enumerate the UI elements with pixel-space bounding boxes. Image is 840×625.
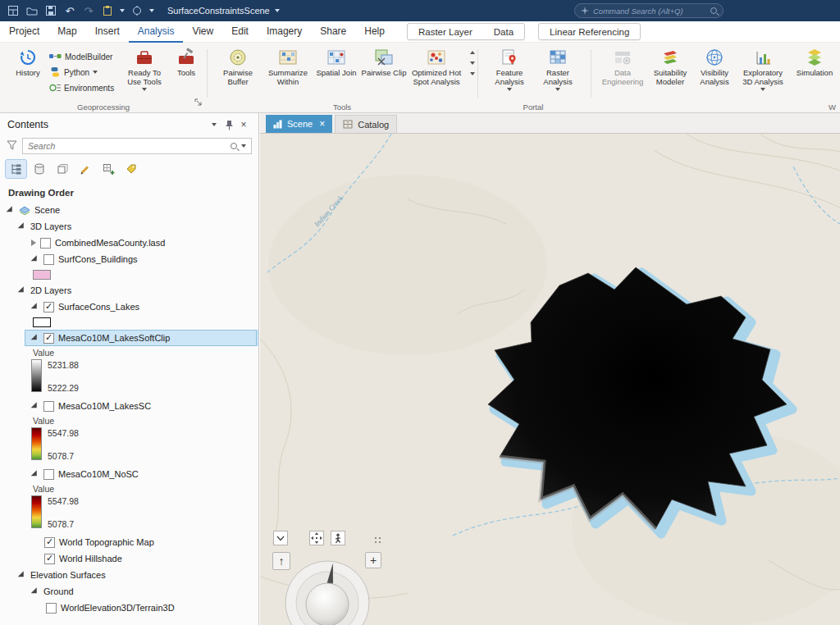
tab-edit[interactable]: Edit bbox=[222, 21, 258, 43]
tree-item-lakes-softclip[interactable]: MesaCo10M_LakesSoftClip bbox=[0, 330, 258, 346]
expander-icon[interactable] bbox=[18, 222, 27, 231]
tab-data[interactable]: Data bbox=[483, 27, 524, 37]
spatial-join-button[interactable]: Spatial Join bbox=[315, 47, 358, 78]
expander-icon[interactable] bbox=[31, 402, 40, 411]
expander-icon[interactable] bbox=[31, 255, 40, 264]
paste-icon[interactable] bbox=[101, 4, 114, 17]
buildings-symbol-swatch[interactable] bbox=[33, 270, 51, 280]
tools-button[interactable]: Tools bbox=[169, 47, 203, 78]
command-search-input[interactable] bbox=[593, 7, 706, 16]
layer-checkbox[interactable] bbox=[43, 254, 54, 265]
close-icon[interactable]: × bbox=[236, 118, 251, 131]
chevron-down-icon[interactable] bbox=[149, 9, 154, 12]
expander-icon[interactable] bbox=[18, 286, 27, 295]
suitability-modeler-button[interactable]: Suitability Modeler bbox=[648, 47, 692, 87]
drag-handle-icon[interactable] bbox=[370, 532, 385, 547]
layer-checkbox[interactable] bbox=[40, 238, 51, 249]
raster-analysis-button[interactable]: Raster Analysis bbox=[536, 47, 579, 91]
chevron-down-icon[interactable] bbox=[241, 144, 246, 148]
layer-checkbox[interactable] bbox=[44, 537, 55, 548]
command-search[interactable] bbox=[574, 3, 724, 18]
tree-item-2d-layers[interactable]: 2D Layers bbox=[0, 282, 258, 299]
expander-icon[interactable] bbox=[31, 240, 36, 246]
tab-help[interactable]: Help bbox=[355, 21, 394, 43]
contents-search-box[interactable] bbox=[22, 138, 252, 154]
tab-analysis[interactable]: Analysis bbox=[129, 21, 184, 43]
expander-icon[interactable] bbox=[31, 303, 40, 312]
compass-globe[interactable] bbox=[306, 583, 349, 625]
gallery-more-icon[interactable] bbox=[470, 72, 475, 75]
expander-icon[interactable] bbox=[18, 571, 27, 580]
expander-icon[interactable] bbox=[31, 334, 40, 343]
walk-mode-button[interactable] bbox=[331, 531, 345, 545]
tree-item-combined-lasd[interactable]: CombinedMesaCounty.lasd bbox=[0, 235, 258, 251]
expander-icon[interactable] bbox=[31, 587, 40, 596]
save-icon[interactable] bbox=[44, 4, 57, 17]
environments-button[interactable]: Environments bbox=[49, 81, 114, 94]
tree-item-scene[interactable]: Scene bbox=[0, 202, 258, 218]
optimized-hot-spot-button[interactable]: Optimized Hot Spot Analysis bbox=[409, 47, 464, 87]
close-icon[interactable]: × bbox=[319, 119, 325, 129]
layer-checkbox[interactable] bbox=[43, 333, 54, 344]
history-button[interactable]: History bbox=[10, 47, 46, 78]
ready-to-use-tools-button[interactable]: Ready To Use Tools bbox=[123, 47, 166, 91]
tree-item-world-topo[interactable]: World Topographic Map bbox=[0, 534, 258, 550]
tab-insert[interactable]: Insert bbox=[86, 21, 129, 43]
layer-checkbox[interactable] bbox=[43, 302, 54, 312]
python-button[interactable]: Python bbox=[49, 66, 98, 79]
tree-item-terrain3d[interactable]: WorldElevation3D/Terrain3D bbox=[0, 600, 258, 616]
pane-options-icon[interactable] bbox=[207, 118, 221, 131]
redo-icon[interactable]: ↷ bbox=[82, 4, 95, 17]
chevron-down-icon[interactable] bbox=[275, 9, 280, 12]
scroll-down-icon[interactable] bbox=[470, 62, 475, 65]
tab-map[interactable]: Map bbox=[48, 21, 85, 43]
list-by-snapping-icon[interactable] bbox=[98, 160, 118, 178]
filter-icon[interactable] bbox=[7, 139, 17, 153]
visibility-analysis-button[interactable]: Visibility Analysis bbox=[694, 47, 735, 87]
summarize-within-button[interactable]: Summarize Within bbox=[264, 47, 312, 87]
data-engineering-button[interactable]: Data Engineering bbox=[599, 47, 646, 87]
compass-navigator[interactable] bbox=[282, 558, 372, 625]
scene-view[interactable]: Indian Creek ↑ + bbox=[260, 134, 840, 625]
pairwise-buffer-button[interactable]: Pairwise Buffer bbox=[215, 47, 261, 87]
expand-controls-button[interactable] bbox=[273, 531, 288, 545]
tab-view[interactable]: View bbox=[183, 21, 222, 43]
scroll-up-icon[interactable] bbox=[470, 51, 475, 54]
customize-icon[interactable] bbox=[130, 4, 144, 17]
layer-checkbox[interactable] bbox=[46, 603, 57, 614]
list-by-data-source-icon[interactable] bbox=[29, 160, 49, 178]
list-by-labeling-icon[interactable] bbox=[121, 160, 141, 178]
expander-icon[interactable] bbox=[7, 206, 16, 215]
tree-item-lakes-sc[interactable]: MesaCo10M_LakesSC bbox=[0, 398, 258, 414]
tree-item-elevation-surfaces[interactable]: Elevation Surfaces bbox=[0, 567, 258, 583]
layer-checkbox[interactable] bbox=[43, 401, 54, 412]
lakes-symbol-swatch[interactable] bbox=[33, 317, 51, 327]
list-by-selection-icon[interactable] bbox=[52, 160, 72, 178]
pairwise-clip-button[interactable]: Pairwise Clip bbox=[361, 47, 407, 78]
tree-item-3d-layers[interactable]: 3D Layers bbox=[0, 218, 258, 235]
contents-search-input[interactable] bbox=[28, 141, 226, 151]
list-by-drawing-order-icon[interactable] bbox=[6, 160, 26, 178]
tab-project[interactable]: Project bbox=[0, 21, 48, 43]
tree-item-ground[interactable]: Ground bbox=[0, 583, 258, 600]
tab-imagery[interactable]: Imagery bbox=[258, 21, 311, 43]
tab-linear-referencing[interactable]: Linear Referencing bbox=[539, 27, 640, 37]
tree-item-world-hillshade[interactable]: World Hillshade bbox=[0, 550, 258, 567]
tree-item-surfacecons-lakes[interactable]: SurfaceCons_Lakes bbox=[0, 299, 258, 315]
pin-icon[interactable] bbox=[221, 118, 236, 131]
scene-map-canvas[interactable]: Indian Creek bbox=[260, 134, 840, 625]
list-by-editing-icon[interactable] bbox=[75, 160, 95, 178]
open-folder-icon[interactable] bbox=[25, 4, 39, 17]
tab-scene-view[interactable]: Scene × bbox=[266, 115, 332, 133]
feature-analysis-button[interactable]: Feature Analysis bbox=[487, 47, 532, 91]
layer-checkbox[interactable] bbox=[44, 554, 55, 564]
undo-icon[interactable]: ↶ bbox=[63, 4, 76, 17]
layer-checkbox[interactable] bbox=[43, 469, 54, 480]
pan-tool-button[interactable] bbox=[309, 531, 324, 545]
tab-catalog-view[interactable]: Catalog bbox=[335, 115, 397, 133]
expander-icon[interactable] bbox=[31, 470, 40, 479]
chevron-down-icon[interactable] bbox=[120, 9, 125, 12]
tab-share[interactable]: Share bbox=[311, 21, 355, 43]
tab-raster-layer[interactable]: Raster Layer bbox=[408, 27, 483, 37]
tree-item-no-sc[interactable]: MesaCo10M_NoSC bbox=[0, 466, 258, 482]
